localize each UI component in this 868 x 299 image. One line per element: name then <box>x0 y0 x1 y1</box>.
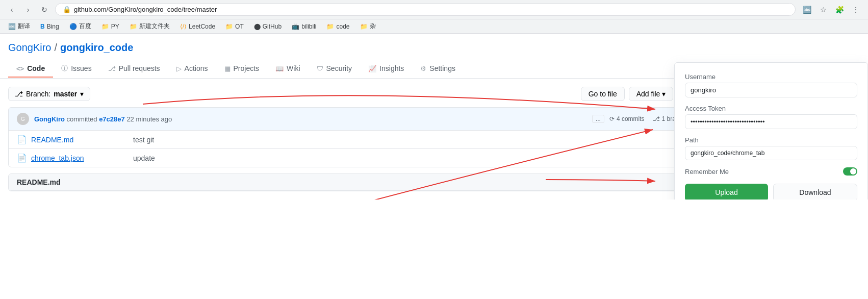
tab-settings[interactable]: ⚙ Settings <box>412 60 464 78</box>
commit-time: 22 minutes ago <box>126 115 172 123</box>
tab-code[interactable]: <> Code <box>8 60 53 78</box>
tab-security[interactable]: 🛡 Security <box>309 60 361 78</box>
bing-icon: B <box>40 23 45 30</box>
menu-icon[interactable]: ⋮ <box>850 4 862 16</box>
access-token-input[interactable] <box>685 114 857 129</box>
add-file-button[interactable]: Add file ▾ <box>629 87 674 101</box>
bookmark-baidu[interactable]: 🔵 百度 <box>65 21 95 32</box>
reload-button[interactable]: ↻ <box>39 4 50 15</box>
bookmark-github[interactable]: ⬤ GitHub <box>250 22 286 31</box>
remember-me-group: Remember Me <box>685 167 857 176</box>
file-json-icon: 📄 <box>17 153 27 163</box>
download-button[interactable]: Download <box>773 184 857 200</box>
add-file-label: Add file <box>636 90 660 98</box>
go-to-file-button[interactable]: Go to file <box>581 87 625 101</box>
overlay-actions: Upload Download <box>685 184 857 200</box>
security-icon: 🛡 <box>317 65 323 72</box>
repo-content: ⎇ Branch: master ▾ Go to file Add file ▾… <box>0 79 735 200</box>
insights-icon: 📈 <box>368 65 376 72</box>
username-field-group: Username <box>685 73 857 97</box>
baidu-icon: 🔵 <box>69 23 77 30</box>
bookmark-ot[interactable]: 📁 OT <box>221 22 248 31</box>
file-readme-link[interactable]: README.md <box>31 136 133 144</box>
back-button[interactable]: ‹ <box>6 4 17 15</box>
commit-meta: GongKiro committed e7c28e7 22 minutes ag… <box>34 115 587 123</box>
tab-actions[interactable]: ▷ Actions <box>168 60 216 78</box>
bookmark-py[interactable]: 📁 PY <box>97 22 123 31</box>
tab-pull-requests-label: Pull requests <box>119 64 160 72</box>
py-folder-icon: 📁 <box>101 23 109 30</box>
bookmark-star-icon[interactable]: ☆ <box>817 4 829 16</box>
file-chrome-tab-link[interactable]: chrome_tab.json <box>31 154 133 162</box>
upload-button[interactable]: Upload <box>685 184 768 200</box>
browser-icons: 🔤 ☆ 🧩 ⋮ <box>801 4 862 16</box>
repo-name-link[interactable]: gongkiro_code <box>60 42 133 54</box>
access-token-label: Access Token <box>685 105 857 112</box>
tab-wiki[interactable]: 📖 Wiki <box>267 60 308 78</box>
tab-insights-label: Insights <box>379 64 404 72</box>
tab-insights[interactable]: 📈 Insights <box>360 60 412 78</box>
commit-action: committed <box>67 115 99 123</box>
bookmark-new-folder[interactable]: 📁 新建文件夹 <box>125 21 174 32</box>
path-field-group: Path <box>685 136 857 160</box>
file-table: G GongKiro committed e7c28e7 22 minutes … <box>8 107 727 167</box>
bookmark-translate[interactable]: 🔤 翻译 <box>4 21 34 32</box>
github-page: GongKiro / gongkiro_code <> Code ⓘ Issue… <box>0 34 868 200</box>
branch-icon: ⎇ <box>15 90 23 98</box>
repo-owner-link[interactable]: GongKiro <box>8 42 52 54</box>
code-folder-icon: 📁 <box>326 23 334 30</box>
username-input[interactable] <box>685 83 857 97</box>
commits-count[interactable]: ⟳ 4 commits <box>609 115 645 122</box>
tab-pull-requests[interactable]: ⎇ Pull requests <box>100 60 168 78</box>
leetcode-icon: ⟨/⟩ <box>180 23 187 30</box>
tab-projects[interactable]: ▦ Projects <box>216 60 268 78</box>
tab-issues[interactable]: ⓘ Issues <box>53 60 99 78</box>
file-row: 📄 chrome_tab.json update 22 minutes ago <box>9 149 727 167</box>
bookmark-bilibili[interactable]: 📺 bilibili <box>288 22 320 31</box>
author-avatar: G <box>17 113 29 125</box>
file-document-icon: 📄 <box>17 135 27 144</box>
tab-actions-label: Actions <box>185 64 208 72</box>
translate-bookmark-icon: 🔤 <box>8 23 16 30</box>
readme-title: README.md <box>17 178 61 186</box>
path-input[interactable] <box>685 146 857 160</box>
bilibili-icon: 📺 <box>292 23 299 30</box>
bookmark-bing[interactable]: B Bing <box>36 22 63 31</box>
commit-author-link[interactable]: GongKiro <box>34 115 65 123</box>
path-label: Path <box>685 136 857 144</box>
forward-button[interactable]: › <box>22 4 34 15</box>
misc-folder-icon: 📁 <box>360 23 368 30</box>
new-folder-icon: 📁 <box>130 23 137 30</box>
actions-icon: ▷ <box>176 65 182 72</box>
settings-icon: ⚙ <box>420 65 426 72</box>
branch-selector[interactable]: ⎇ Branch: master ▾ <box>8 87 90 101</box>
extension-icon[interactable]: 🧩 <box>833 4 846 16</box>
translate-icon[interactable]: 🔤 <box>801 4 813 16</box>
file-chrome-tab-message: update <box>133 154 677 162</box>
remember-me-toggle[interactable] <box>843 167 857 176</box>
branch-toolbar: ⎇ Branch: master ▾ Go to file Add file ▾… <box>8 87 727 101</box>
bookmark-leetcode[interactable]: ⟨/⟩ LeetCode <box>176 22 219 31</box>
breadcrumb-separator: / <box>55 42 58 54</box>
tab-security-label: Security <box>326 64 352 72</box>
bookmark-code[interactable]: 📁 code <box>322 22 353 31</box>
commits-icon: ⟳ <box>609 115 615 122</box>
tab-settings-label: Settings <box>429 64 455 72</box>
commit-hash-link[interactable]: e7c28e7 <box>99 115 125 123</box>
file-row: 📄 README.md test git last month <box>9 131 727 149</box>
bookmark-misc[interactable]: 📁 杂 <box>356 21 380 32</box>
projects-icon: ▦ <box>224 65 231 72</box>
commit-more-dots[interactable]: ... <box>592 115 604 123</box>
file-readme-message: test git <box>133 136 691 144</box>
lock-icon: 🔒 <box>63 6 71 13</box>
branch-chevron-icon: ▾ <box>80 90 84 98</box>
pull-requests-icon: ⎇ <box>108 65 116 72</box>
access-token-field-group: Access Token <box>685 105 857 129</box>
issues-icon: ⓘ <box>61 64 68 73</box>
branches-icon: ⎇ <box>653 115 660 122</box>
tab-issues-label: Issues <box>71 64 91 72</box>
code-icon: <> <box>16 65 24 72</box>
url-bar[interactable]: 🔒 github.com/GongKiro/gongkiro_code/tree… <box>55 3 796 16</box>
remember-me-label: Remember Me <box>685 168 729 176</box>
repo-title: GongKiro / gongkiro_code <box>8 42 860 54</box>
